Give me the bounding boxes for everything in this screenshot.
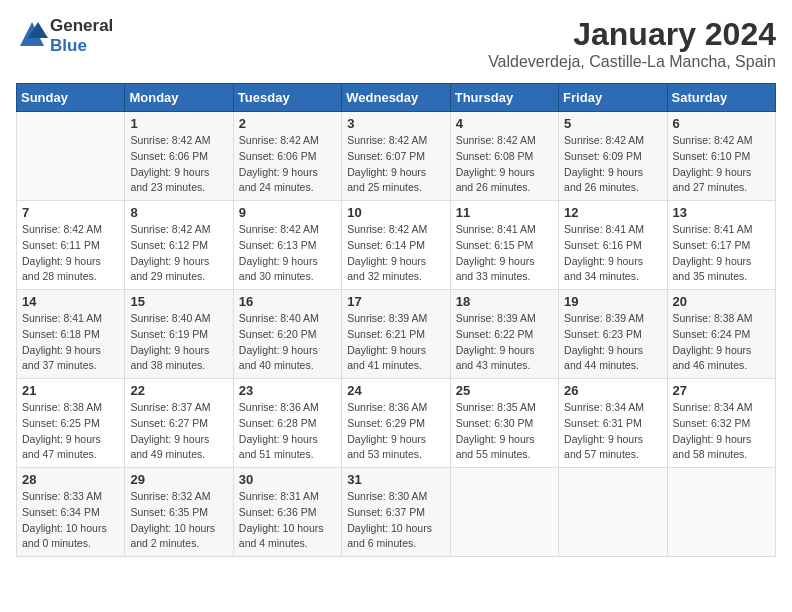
day-number: 28 — [22, 472, 119, 487]
day-info: Sunrise: 8:39 AMSunset: 6:22 PMDaylight:… — [456, 311, 553, 374]
table-row — [559, 468, 667, 557]
table-row: 16Sunrise: 8:40 AMSunset: 6:20 PMDayligh… — [233, 290, 341, 379]
day-number: 12 — [564, 205, 661, 220]
day-info: Sunrise: 8:32 AMSunset: 6:35 PMDaylight:… — [130, 489, 227, 552]
day-info: Sunrise: 8:38 AMSunset: 6:25 PMDaylight:… — [22, 400, 119, 463]
table-row: 10Sunrise: 8:42 AMSunset: 6:14 PMDayligh… — [342, 201, 450, 290]
col-tuesday: Tuesday — [233, 84, 341, 112]
table-row: 18Sunrise: 8:39 AMSunset: 6:22 PMDayligh… — [450, 290, 558, 379]
day-info: Sunrise: 8:30 AMSunset: 6:37 PMDaylight:… — [347, 489, 444, 552]
table-row: 4Sunrise: 8:42 AMSunset: 6:08 PMDaylight… — [450, 112, 558, 201]
day-info: Sunrise: 8:40 AMSunset: 6:19 PMDaylight:… — [130, 311, 227, 374]
table-row: 26Sunrise: 8:34 AMSunset: 6:31 PMDayligh… — [559, 379, 667, 468]
day-info: Sunrise: 8:42 AMSunset: 6:06 PMDaylight:… — [239, 133, 336, 196]
table-row: 23Sunrise: 8:36 AMSunset: 6:28 PMDayligh… — [233, 379, 341, 468]
day-info: Sunrise: 8:42 AMSunset: 6:12 PMDaylight:… — [130, 222, 227, 285]
day-number: 20 — [673, 294, 770, 309]
day-info: Sunrise: 8:40 AMSunset: 6:20 PMDaylight:… — [239, 311, 336, 374]
table-row: 6Sunrise: 8:42 AMSunset: 6:10 PMDaylight… — [667, 112, 775, 201]
day-number: 3 — [347, 116, 444, 131]
table-row: 8Sunrise: 8:42 AMSunset: 6:12 PMDaylight… — [125, 201, 233, 290]
col-saturday: Saturday — [667, 84, 775, 112]
day-info: Sunrise: 8:42 AMSunset: 6:14 PMDaylight:… — [347, 222, 444, 285]
day-number: 10 — [347, 205, 444, 220]
day-number: 7 — [22, 205, 119, 220]
table-row: 19Sunrise: 8:39 AMSunset: 6:23 PMDayligh… — [559, 290, 667, 379]
table-row: 20Sunrise: 8:38 AMSunset: 6:24 PMDayligh… — [667, 290, 775, 379]
table-row: 5Sunrise: 8:42 AMSunset: 6:09 PMDaylight… — [559, 112, 667, 201]
day-info: Sunrise: 8:42 AMSunset: 6:08 PMDaylight:… — [456, 133, 553, 196]
table-row: 1Sunrise: 8:42 AMSunset: 6:06 PMDaylight… — [125, 112, 233, 201]
page-header: General Blue January 2024 Valdeverdeja, … — [16, 16, 776, 71]
day-number: 31 — [347, 472, 444, 487]
table-row: 31Sunrise: 8:30 AMSunset: 6:37 PMDayligh… — [342, 468, 450, 557]
table-row — [667, 468, 775, 557]
day-number: 13 — [673, 205, 770, 220]
day-info: Sunrise: 8:42 AMSunset: 6:11 PMDaylight:… — [22, 222, 119, 285]
day-number: 24 — [347, 383, 444, 398]
day-info: Sunrise: 8:34 AMSunset: 6:32 PMDaylight:… — [673, 400, 770, 463]
day-number: 27 — [673, 383, 770, 398]
table-row: 25Sunrise: 8:35 AMSunset: 6:30 PMDayligh… — [450, 379, 558, 468]
day-number: 8 — [130, 205, 227, 220]
day-info: Sunrise: 8:33 AMSunset: 6:34 PMDaylight:… — [22, 489, 119, 552]
col-monday: Monday — [125, 84, 233, 112]
table-row: 29Sunrise: 8:32 AMSunset: 6:35 PMDayligh… — [125, 468, 233, 557]
logo-text-general: General — [50, 16, 113, 35]
day-number: 4 — [456, 116, 553, 131]
calendar-week-row: 7Sunrise: 8:42 AMSunset: 6:11 PMDaylight… — [17, 201, 776, 290]
table-row: 21Sunrise: 8:38 AMSunset: 6:25 PMDayligh… — [17, 379, 125, 468]
table-row: 15Sunrise: 8:40 AMSunset: 6:19 PMDayligh… — [125, 290, 233, 379]
table-row: 22Sunrise: 8:37 AMSunset: 6:27 PMDayligh… — [125, 379, 233, 468]
day-number: 14 — [22, 294, 119, 309]
day-info: Sunrise: 8:31 AMSunset: 6:36 PMDaylight:… — [239, 489, 336, 552]
table-row — [17, 112, 125, 201]
calendar-week-row: 14Sunrise: 8:41 AMSunset: 6:18 PMDayligh… — [17, 290, 776, 379]
logo-text-blue: Blue — [50, 36, 87, 55]
day-number: 17 — [347, 294, 444, 309]
day-number: 25 — [456, 383, 553, 398]
day-number: 2 — [239, 116, 336, 131]
day-info: Sunrise: 8:36 AMSunset: 6:28 PMDaylight:… — [239, 400, 336, 463]
day-info: Sunrise: 8:39 AMSunset: 6:23 PMDaylight:… — [564, 311, 661, 374]
table-row: 14Sunrise: 8:41 AMSunset: 6:18 PMDayligh… — [17, 290, 125, 379]
day-info: Sunrise: 8:39 AMSunset: 6:21 PMDaylight:… — [347, 311, 444, 374]
table-row: 30Sunrise: 8:31 AMSunset: 6:36 PMDayligh… — [233, 468, 341, 557]
table-row: 9Sunrise: 8:42 AMSunset: 6:13 PMDaylight… — [233, 201, 341, 290]
day-number: 6 — [673, 116, 770, 131]
day-number: 19 — [564, 294, 661, 309]
day-number: 11 — [456, 205, 553, 220]
table-row — [450, 468, 558, 557]
day-number: 26 — [564, 383, 661, 398]
subtitle: Valdeverdeja, Castille-La Mancha, Spain — [488, 53, 776, 71]
day-number: 23 — [239, 383, 336, 398]
calendar-week-row: 28Sunrise: 8:33 AMSunset: 6:34 PMDayligh… — [17, 468, 776, 557]
day-info: Sunrise: 8:41 AMSunset: 6:15 PMDaylight:… — [456, 222, 553, 285]
title-block: January 2024 Valdeverdeja, Castille-La M… — [488, 16, 776, 71]
day-number: 21 — [22, 383, 119, 398]
day-info: Sunrise: 8:35 AMSunset: 6:30 PMDaylight:… — [456, 400, 553, 463]
table-row: 11Sunrise: 8:41 AMSunset: 6:15 PMDayligh… — [450, 201, 558, 290]
day-info: Sunrise: 8:41 AMSunset: 6:16 PMDaylight:… — [564, 222, 661, 285]
table-row: 7Sunrise: 8:42 AMSunset: 6:11 PMDaylight… — [17, 201, 125, 290]
day-number: 29 — [130, 472, 227, 487]
table-row: 12Sunrise: 8:41 AMSunset: 6:16 PMDayligh… — [559, 201, 667, 290]
day-info: Sunrise: 8:42 AMSunset: 6:06 PMDaylight:… — [130, 133, 227, 196]
table-row: 13Sunrise: 8:41 AMSunset: 6:17 PMDayligh… — [667, 201, 775, 290]
calendar-week-row: 1Sunrise: 8:42 AMSunset: 6:06 PMDaylight… — [17, 112, 776, 201]
main-title: January 2024 — [488, 16, 776, 53]
calendar-table: Sunday Monday Tuesday Wednesday Thursday… — [16, 83, 776, 557]
day-number: 18 — [456, 294, 553, 309]
day-info: Sunrise: 8:34 AMSunset: 6:31 PMDaylight:… — [564, 400, 661, 463]
table-row: 2Sunrise: 8:42 AMSunset: 6:06 PMDaylight… — [233, 112, 341, 201]
logo: General Blue — [16, 16, 113, 56]
table-row: 28Sunrise: 8:33 AMSunset: 6:34 PMDayligh… — [17, 468, 125, 557]
calendar-header-row: Sunday Monday Tuesday Wednesday Thursday… — [17, 84, 776, 112]
day-number: 30 — [239, 472, 336, 487]
day-info: Sunrise: 8:42 AMSunset: 6:07 PMDaylight:… — [347, 133, 444, 196]
day-info: Sunrise: 8:38 AMSunset: 6:24 PMDaylight:… — [673, 311, 770, 374]
day-number: 22 — [130, 383, 227, 398]
table-row: 17Sunrise: 8:39 AMSunset: 6:21 PMDayligh… — [342, 290, 450, 379]
table-row: 24Sunrise: 8:36 AMSunset: 6:29 PMDayligh… — [342, 379, 450, 468]
col-thursday: Thursday — [450, 84, 558, 112]
